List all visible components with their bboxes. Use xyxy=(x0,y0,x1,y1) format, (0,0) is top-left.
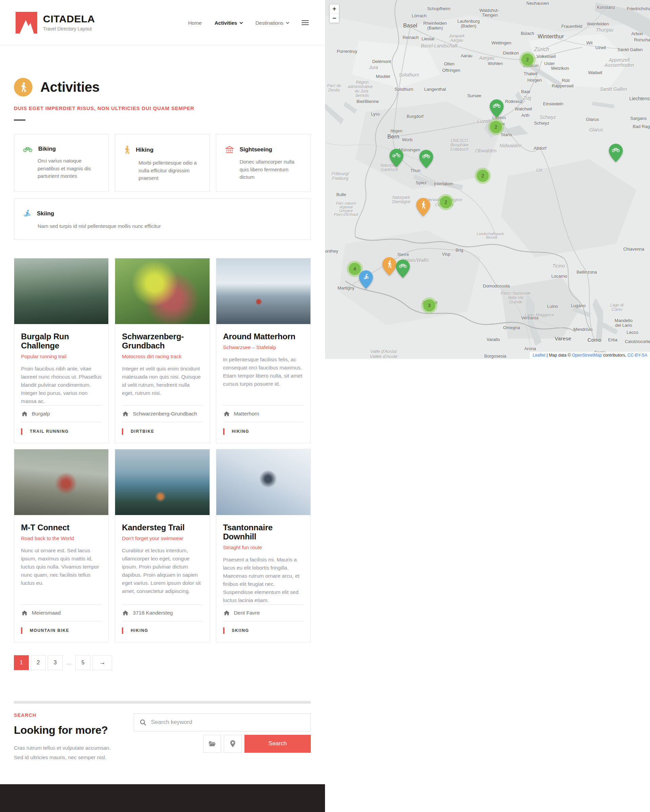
map-place-label: Varese xyxy=(555,336,571,341)
map-place-label: Lago di xyxy=(610,303,623,307)
card-tag[interactable]: DIRTBIKE xyxy=(131,429,154,434)
card-tag[interactable]: TRAIL RUNNING xyxy=(30,429,69,434)
map-cluster-marker[interactable]: 2 xyxy=(490,121,502,133)
category-sightseeing[interactable]: Sightseeing Donec ullamcorper nulla quis… xyxy=(216,134,311,192)
location-filter-button[interactable] xyxy=(224,735,242,753)
map-place-label: Thalwil xyxy=(524,71,537,76)
activity-card[interactable]: M-T Connect Road back to the World Nunc … xyxy=(14,449,109,643)
map-place-label: Ausserrhoden xyxy=(604,62,634,68)
map-place-label: UNESCO xyxy=(451,138,468,143)
map-pin-marker-motorbike[interactable] xyxy=(389,148,404,168)
map-place-label: Wattwil xyxy=(588,70,602,75)
map-place-label: Olten xyxy=(444,61,454,66)
map-cluster-marker[interactable]: 3 xyxy=(423,299,435,311)
activity-card[interactable]: Kandersteg Trail Don't forget your swimw… xyxy=(115,449,209,643)
card-title[interactable]: Tsantonnaire Downhill xyxy=(223,523,304,542)
map-pin-marker-bicycle[interactable] xyxy=(419,149,434,169)
search-button[interactable]: Search xyxy=(244,735,311,753)
map-place-label: Vallée d'Aoste xyxy=(370,354,397,359)
page-1[interactable]: 1 xyxy=(14,655,29,670)
map-pin-marker-skier[interactable] xyxy=(359,270,374,289)
map-place-label: Arona xyxy=(524,346,536,351)
activity-card[interactable]: Around Matterhorn Schwarzsee – Stafelalp… xyxy=(216,258,311,443)
brand[interactable]: CITADELA Travel Directory Layout xyxy=(15,12,95,34)
map-place-label: Como xyxy=(587,337,601,343)
map[interactable]: NeuhausenWaldshut-TiengenSchopfheimLörra… xyxy=(325,0,650,359)
map-place-label: Worb xyxy=(402,137,413,142)
card-title[interactable]: M-T Connect xyxy=(21,523,102,532)
osm-link[interactable]: OpenStreetMap xyxy=(572,353,601,357)
search-input[interactable] xyxy=(151,719,305,726)
card-tag[interactable]: HIKING xyxy=(131,628,148,633)
activity-card[interactable]: Tsantonnaire Downhill Striaght fun route… xyxy=(216,449,311,643)
hiker-icon xyxy=(19,82,27,92)
page-5[interactable]: 5 xyxy=(75,655,90,670)
card-tag[interactable]: HIKING xyxy=(232,429,250,434)
map-place-label: Tiengen xyxy=(482,12,498,18)
category-hiking[interactable]: Hiking Morbi pellentesque odio a nulla e… xyxy=(115,134,209,192)
map-place-label: Winterthur xyxy=(538,34,564,40)
zoom-in-button[interactable]: + xyxy=(330,5,339,14)
map-place-label: Jura xyxy=(369,65,378,70)
card-title[interactable]: Around Matterhorn xyxy=(223,332,304,341)
map-place-label: Naturpark xyxy=(392,195,410,200)
map-pin-marker-bicycle[interactable] xyxy=(489,99,504,118)
map-pin-marker-hiker[interactable] xyxy=(416,197,430,217)
card-photo-mountainbike xyxy=(14,449,108,515)
category-description: Nam sed turpis id nisl pellentesque moll… xyxy=(38,223,302,230)
map-pin-marker-hiker[interactable] xyxy=(382,257,397,276)
card-tag[interactable]: MOUNTAIN BIKE xyxy=(30,628,69,633)
card-tag[interactable]: SKIING xyxy=(232,628,249,633)
nav-destinations[interactable]: Destinations xyxy=(255,20,289,26)
license-link[interactable]: CC-BY-SA xyxy=(627,353,647,357)
mountain-icon xyxy=(18,18,35,34)
map-cluster-marker[interactable]: 2 xyxy=(477,169,489,182)
category-biking[interactable]: Biking Orci varius natoque penatibus et … xyxy=(14,134,109,192)
next-page-button[interactable]: → xyxy=(92,655,112,670)
map-place-label: Parco Nazionale xyxy=(501,291,531,296)
card-photo-matterhorn xyxy=(216,258,310,324)
category-description: Donec ullamcorper nulla quis libero ferm… xyxy=(240,158,302,181)
hamburger-menu-icon[interactable] xyxy=(302,20,309,25)
map-place-label: Ittigen xyxy=(390,128,402,133)
map-cluster-marker[interactable]: 2 xyxy=(521,53,534,66)
map-place-label: Uri xyxy=(536,167,542,173)
map-place-label: Schopfheim xyxy=(427,6,451,11)
category-skiing[interactable]: Skiing Nam sed turpis id nisl pellentesq… xyxy=(14,198,311,240)
card-title[interactable]: Schwarzenberg-Grundbach xyxy=(122,332,203,351)
page-3[interactable]: 3 xyxy=(48,655,63,670)
nav-activities[interactable]: Activities xyxy=(215,20,243,26)
card-location: Schwarzenberg-Grundbach xyxy=(133,411,197,417)
leaflet-link[interactable]: Leaflet xyxy=(533,353,545,357)
card-location: Matterhorn xyxy=(234,411,259,417)
map-pin-marker-bicycle[interactable] xyxy=(395,259,410,278)
map-place-label: Mendrisio xyxy=(574,327,592,332)
nav-home[interactable]: Home xyxy=(188,20,202,26)
home-icon xyxy=(122,411,128,416)
card-description: Proin faucibus nibh ante, vitae laoreet … xyxy=(21,365,102,405)
map-place-label: Neuhausen xyxy=(526,1,549,6)
map-place-label: Monthey xyxy=(325,249,338,253)
map-place-label: Valle d'Aosta/ xyxy=(370,349,397,354)
map-place-label: Langenthal xyxy=(424,87,446,92)
page-2[interactable]: 2 xyxy=(31,655,46,670)
card-location: Dent Favre xyxy=(234,610,260,616)
map-place-label: Liestal xyxy=(421,36,434,41)
map-place-label: Sargans xyxy=(630,116,647,121)
card-title[interactable]: Kandersteg Trail xyxy=(122,523,203,532)
activity-card[interactable]: Burgalp Run Challenge Popular running tr… xyxy=(14,258,109,443)
map-cluster-marker[interactable]: 2 xyxy=(440,196,452,208)
pagination: 1 2 3 ... 5 → xyxy=(14,655,311,670)
map-place-label: Omegna xyxy=(503,325,520,330)
map-pin-marker-bicycle[interactable] xyxy=(608,143,623,163)
card-title[interactable]: Burgalp Run Challenge xyxy=(21,332,102,351)
activity-card[interactable]: Schwarzenberg-Grundbach Motocross dirt r… xyxy=(115,258,209,443)
map-place-label: Thurgau xyxy=(596,27,613,32)
map-place-label: Waldshut- xyxy=(479,8,499,13)
map-place-label: Solothurn xyxy=(394,87,413,92)
search-input-wrap xyxy=(134,713,311,731)
map-place-label: bernois xyxy=(356,93,369,98)
zoom-out-button[interactable]: − xyxy=(330,14,339,23)
category-filter-button[interactable] xyxy=(203,735,221,753)
chevron-down-icon xyxy=(286,21,290,24)
